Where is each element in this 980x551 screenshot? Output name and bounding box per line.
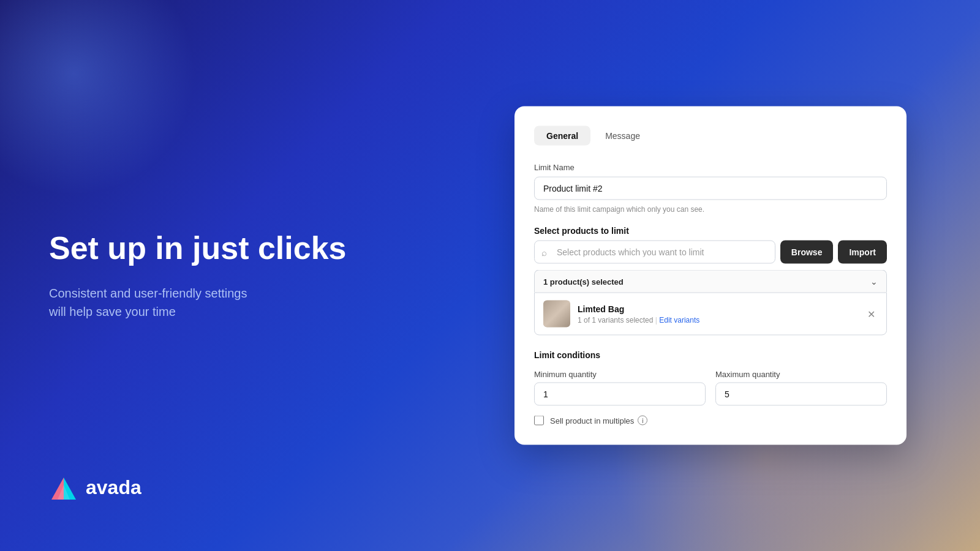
tab-message[interactable]: Message bbox=[593, 126, 652, 146]
search-icon: ⌕ bbox=[541, 247, 547, 257]
settings-card: General Message Limit Name Name of this … bbox=[514, 107, 907, 445]
tabs: General Message bbox=[534, 126, 887, 146]
qty-row: Minimum quantity Maximum quantity bbox=[534, 370, 887, 406]
hero-title: Set up in just clicks bbox=[49, 230, 380, 267]
right-panel: General Message Limit Name Name of this … bbox=[514, 107, 907, 445]
logo-text: avada bbox=[86, 476, 141, 499]
product-name: Limted Bag bbox=[578, 304, 858, 313]
max-qty-label: Maximum quantity bbox=[715, 370, 887, 379]
product-meta: 1 of 1 variants selected | Edit variants bbox=[578, 315, 858, 324]
hero-subtitle-line2: will help save your time bbox=[49, 305, 176, 318]
product-item: Limted Bag 1 of 1 variants selected | Ed… bbox=[543, 301, 878, 328]
hero-subtitle: Consistent and user-friendly settings wi… bbox=[49, 284, 380, 321]
product-variants-count: 1 of 1 variants selected bbox=[578, 315, 653, 324]
max-qty-input[interactable] bbox=[715, 383, 887, 406]
selected-count: 1 product(s) selected bbox=[543, 277, 624, 286]
sell-multiples-row: Sell product in multiples i bbox=[534, 416, 887, 425]
limit-name-label: Limit Name bbox=[534, 163, 887, 172]
search-input[interactable] bbox=[534, 241, 775, 264]
min-qty-field: Minimum quantity bbox=[534, 370, 706, 406]
browse-button[interactable]: Browse bbox=[780, 241, 834, 264]
product-info: Limted Bag 1 of 1 variants selected | Ed… bbox=[578, 304, 858, 324]
limit-conditions-section: Limit conditions Minimum quantity Maximu… bbox=[534, 350, 887, 425]
avada-logo-icon bbox=[49, 473, 78, 502]
hero-subtitle-line1: Consistent and user-friendly settings bbox=[49, 287, 247, 300]
left-panel: Set up in just clicks Consistent and use… bbox=[0, 0, 429, 551]
max-qty-field: Maximum quantity bbox=[715, 370, 887, 406]
remove-product-button[interactable]: ✕ bbox=[865, 305, 878, 322]
product-list: Limted Bag 1 of 1 variants selected | Ed… bbox=[534, 293, 887, 335]
selected-bar[interactable]: 1 product(s) selected ⌄ bbox=[534, 270, 887, 293]
search-row: ⌕ Browse Import bbox=[534, 241, 887, 264]
sell-multiples-text: Sell product in multiples bbox=[550, 416, 634, 425]
logo-area: avada bbox=[49, 473, 141, 502]
info-icon[interactable]: i bbox=[638, 416, 647, 425]
product-thumb-img bbox=[543, 301, 570, 328]
limit-name-hint: Name of this limit campaign which only y… bbox=[534, 205, 887, 214]
edit-variants-link[interactable]: Edit variants bbox=[659, 315, 699, 324]
limit-conditions-label: Limit conditions bbox=[534, 350, 887, 360]
sell-multiples-label: Sell product in multiples i bbox=[550, 416, 647, 425]
select-products-section: Select products to limit ⌕ Browse Import… bbox=[534, 226, 887, 335]
chevron-down-icon: ⌄ bbox=[870, 277, 878, 287]
search-wrapper: ⌕ bbox=[534, 241, 775, 264]
min-qty-label: Minimum quantity bbox=[534, 370, 706, 379]
import-button[interactable]: Import bbox=[838, 241, 887, 264]
limit-name-input[interactable] bbox=[534, 177, 887, 200]
sell-multiples-checkbox[interactable] bbox=[534, 416, 544, 425]
product-thumbnail bbox=[543, 301, 570, 328]
limit-name-section: Limit Name Name of this limit campaign w… bbox=[534, 163, 887, 214]
min-qty-input[interactable] bbox=[534, 383, 706, 406]
tab-general[interactable]: General bbox=[534, 126, 590, 146]
select-products-label: Select products to limit bbox=[534, 226, 887, 236]
